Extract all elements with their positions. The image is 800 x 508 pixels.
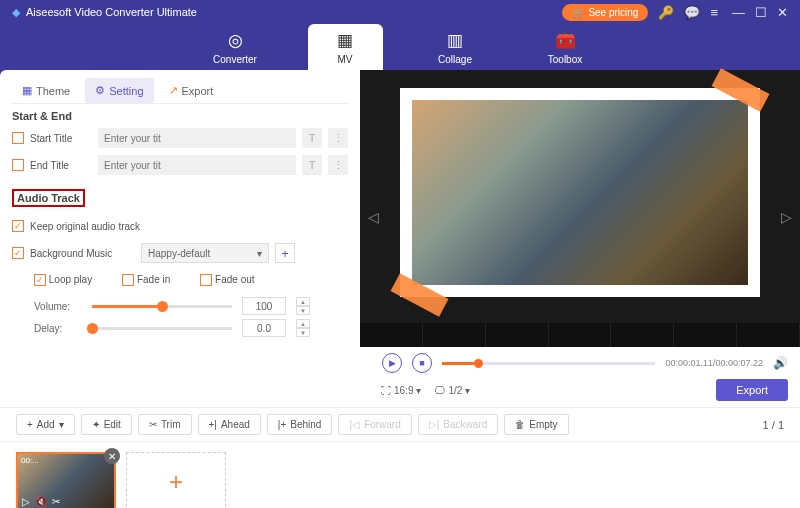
start-title-label: Start Title bbox=[30, 133, 92, 144]
video-frame bbox=[400, 88, 760, 297]
end-title-input[interactable] bbox=[98, 155, 296, 175]
volume-icon[interactable]: 🔊 bbox=[773, 356, 788, 370]
display-controls: ⛶16:9▾ 🖵1/2▾ Export bbox=[0, 379, 800, 407]
behind-icon: |+ bbox=[278, 419, 286, 430]
ahead-button[interactable]: +|Ahead bbox=[198, 414, 261, 435]
btn-label: Behind bbox=[290, 419, 321, 430]
cart-icon: 🛒 bbox=[572, 7, 584, 18]
clip-thumbnail[interactable]: 00:... ✕ ▷🔇✂ bbox=[16, 452, 116, 508]
prev-arrow[interactable]: ◁ bbox=[368, 209, 379, 225]
btn-label: Trim bbox=[161, 419, 181, 430]
feedback-icon[interactable]: 💬 bbox=[684, 5, 700, 20]
chevron-down-icon: ▾ bbox=[465, 385, 470, 396]
volume-value[interactable]: 100 bbox=[242, 297, 286, 315]
tab-collage[interactable]: ▥Collage bbox=[418, 24, 493, 70]
minimize-button[interactable]: — bbox=[732, 5, 745, 20]
subtab-theme[interactable]: ▦Theme bbox=[12, 78, 80, 103]
scale-button[interactable]: 🖵1/2▾ bbox=[435, 385, 470, 396]
empty-button[interactable]: 🗑Empty bbox=[504, 414, 568, 435]
fade-out-checkbox[interactable]: ✓ bbox=[200, 274, 212, 286]
section-start-end: Start & End bbox=[12, 110, 348, 122]
play-icon[interactable]: ▷ bbox=[22, 496, 30, 507]
scissors-icon[interactable]: ✂ bbox=[52, 496, 60, 507]
plus-icon: + bbox=[27, 419, 33, 430]
background-music-select[interactable]: Happy-default▾ bbox=[141, 243, 269, 263]
keep-original-label: Keep original audio track bbox=[30, 221, 140, 232]
end-title-checkbox[interactable]: ✓ bbox=[12, 159, 24, 171]
next-arrow[interactable]: ▷ bbox=[781, 209, 792, 225]
progress-bar[interactable] bbox=[442, 362, 655, 365]
add-button[interactable]: +Add▾ bbox=[16, 414, 75, 435]
trim-button[interactable]: ✂Trim bbox=[138, 414, 192, 435]
background-music-label: Background Music bbox=[30, 248, 135, 259]
menu-icon[interactable]: ≡ bbox=[710, 5, 718, 20]
delay-stepper[interactable]: ▲▼ bbox=[296, 319, 310, 337]
tab-label: Toolbox bbox=[548, 54, 582, 65]
background-music-checkbox[interactable]: ✓ bbox=[12, 247, 24, 259]
forward-icon: |◁ bbox=[349, 419, 360, 430]
select-value: Happy-default bbox=[148, 248, 210, 259]
delay-slider[interactable] bbox=[92, 327, 232, 330]
mv-icon: ▦ bbox=[337, 30, 353, 51]
play-button[interactable]: ▶ bbox=[382, 353, 402, 373]
fade-in-label: Fade in bbox=[137, 274, 170, 285]
mute-icon[interactable]: 🔇 bbox=[35, 496, 47, 507]
chevron-down-icon: ▾ bbox=[59, 419, 64, 430]
remove-clip-button[interactable]: ✕ bbox=[104, 448, 120, 464]
tab-label: MV bbox=[338, 54, 353, 65]
delay-value[interactable]: 0.0 bbox=[242, 319, 286, 337]
loop-play-checkbox[interactable]: ✓ bbox=[34, 274, 46, 286]
preview-panel: ◁ ▷ bbox=[360, 70, 800, 347]
app-title: Aiseesoft Video Converter Ultimate bbox=[26, 6, 197, 18]
key-icon[interactable]: 🔑 bbox=[658, 5, 674, 20]
delay-label: Delay: bbox=[34, 323, 82, 334]
see-pricing-label: See pricing bbox=[588, 7, 638, 18]
aspect-icon: ⛶ bbox=[381, 385, 391, 396]
tab-mv[interactable]: ▦MV bbox=[308, 24, 383, 70]
timeline-strip[interactable] bbox=[360, 323, 800, 347]
text-option-button[interactable]: ⋮ bbox=[328, 155, 348, 175]
subtab-export[interactable]: ↗Export bbox=[159, 78, 224, 103]
keep-original-checkbox[interactable]: ✓ bbox=[12, 220, 24, 232]
export-button[interactable]: Export bbox=[716, 379, 788, 401]
see-pricing-button[interactable]: 🛒 See pricing bbox=[562, 4, 648, 21]
chevron-down-icon: ▾ bbox=[416, 385, 421, 396]
tab-converter[interactable]: ◎Converter bbox=[198, 24, 273, 70]
add-music-button[interactable]: + bbox=[275, 243, 295, 263]
close-button[interactable]: ✕ bbox=[777, 5, 788, 20]
edit-button[interactable]: ✦Edit bbox=[81, 414, 132, 435]
collage-icon: ▥ bbox=[447, 30, 463, 51]
text-option-button[interactable]: ⋮ bbox=[328, 128, 348, 148]
ahead-icon: +| bbox=[209, 419, 217, 430]
start-title-checkbox[interactable]: ✓ bbox=[12, 132, 24, 144]
fade-in-checkbox[interactable]: ✓ bbox=[122, 274, 134, 286]
scale-value: 1/2 bbox=[448, 385, 462, 396]
add-clip-button[interactable]: + bbox=[126, 452, 226, 508]
btn-label: Backward bbox=[443, 419, 487, 430]
section-audio-track: Audio Track bbox=[12, 189, 85, 207]
subtab-label: Setting bbox=[109, 85, 143, 97]
btn-label: Forward bbox=[364, 419, 401, 430]
behind-button[interactable]: |+Behind bbox=[267, 414, 333, 435]
backward-button: ▷|Backward bbox=[418, 414, 499, 435]
text-format-button[interactable]: T bbox=[302, 155, 322, 175]
aspect-ratio-button[interactable]: ⛶16:9▾ bbox=[381, 385, 421, 396]
text-format-button[interactable]: T bbox=[302, 128, 322, 148]
subtab-label: Theme bbox=[36, 85, 70, 97]
main-tabs: ◎Converter ▦MV ▥Collage 🧰Toolbox bbox=[0, 24, 800, 70]
chevron-down-icon: ▾ bbox=[257, 248, 262, 259]
subtab-label: Export bbox=[182, 85, 214, 97]
start-title-input[interactable] bbox=[98, 128, 296, 148]
settings-panel: ▦Theme ⚙Setting ↗Export Start & End ✓ St… bbox=[0, 70, 360, 347]
tab-label: Converter bbox=[213, 54, 257, 65]
subtab-setting[interactable]: ⚙Setting bbox=[85, 78, 153, 103]
magic-icon: ✦ bbox=[92, 419, 100, 430]
forward-button: |◁Forward bbox=[338, 414, 411, 435]
volume-slider[interactable] bbox=[92, 305, 232, 308]
volume-stepper[interactable]: ▲▼ bbox=[296, 297, 310, 315]
maximize-button[interactable]: ☐ bbox=[755, 5, 767, 20]
btn-label: Empty bbox=[529, 419, 557, 430]
titlebar: ◆ Aiseesoft Video Converter Ultimate 🛒 S… bbox=[0, 0, 800, 24]
stop-button[interactable]: ■ bbox=[412, 353, 432, 373]
tab-toolbox[interactable]: 🧰Toolbox bbox=[528, 24, 603, 70]
